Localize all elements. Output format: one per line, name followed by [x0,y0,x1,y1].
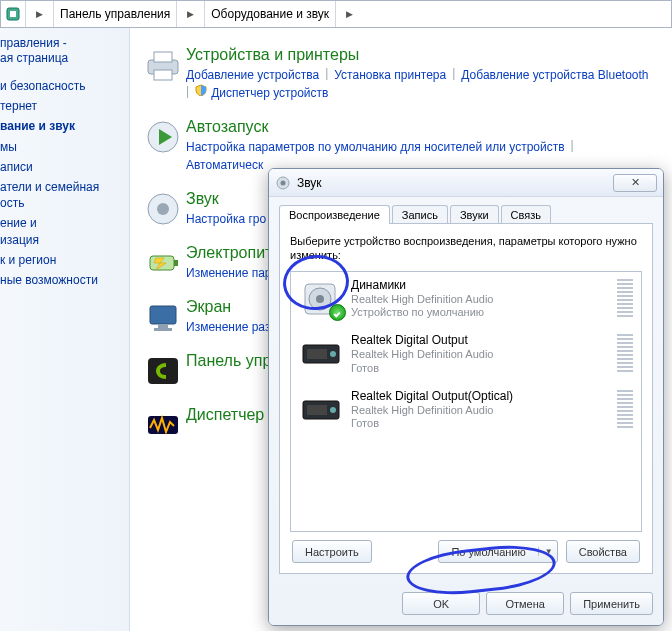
device-name: Динамики [351,278,617,293]
category-title[interactable]: Устройства и принтеры [186,46,658,64]
address-bar: ▶ Панель управления ▶ Оборудование и зву… [0,0,672,28]
dialog-tabs: ВоспроизведениеЗаписьЗвукиСвязь [279,205,653,224]
device-item[interactable]: Realtek Digital OutputRealtek High Defin… [291,327,641,383]
tab[interactable]: Воспроизведение [279,205,390,224]
category: Устройства и принтерыДобавление устройст… [144,46,658,102]
sidebar-item[interactable]: вание и звук [0,116,123,136]
level-meter [617,279,633,319]
close-icon: ✕ [631,176,640,189]
set-default-button[interactable]: По умолчанию ▼ [438,540,557,563]
digital-output-icon [299,335,343,373]
tab[interactable]: Связь [501,205,551,224]
svg-point-26 [330,407,336,413]
svg-point-8 [157,203,169,215]
tab-playback-page: Выберите устройство воспроизведения, пар… [279,223,653,574]
breadcrumb-hardware-sound[interactable]: Оборудование и звук [205,1,336,27]
device-item[interactable]: Realtek Digital Output(Optical)Realtek H… [291,383,641,439]
configure-button[interactable]: Настроить [292,540,372,563]
chevron-down-icon: ▼ [538,547,553,556]
svg-point-23 [330,351,336,357]
svg-point-17 [281,180,286,185]
svg-rect-25 [307,405,327,415]
dialog-hint: Выберите устройство воспроизведения, пар… [290,234,642,263]
breadcrumb-seg2-label: Оборудование и звук [211,7,329,21]
svg-rect-14 [148,358,178,384]
level-meter [617,390,633,430]
device-status: Устройство по умолчанию [351,306,617,320]
svg-point-20 [316,295,324,303]
svg-rect-3 [154,52,172,62]
breadcrumb-seg1-label: Панель управления [60,7,170,21]
sidebar-item[interactable]: мы [0,137,123,157]
sidebar-item[interactable]: и безопасность [0,76,123,96]
sidebar-header: правления - ая страница [0,36,123,66]
sound-icon [144,190,186,228]
svg-rect-12 [158,324,168,328]
task-link[interactable]: Изменение раз [186,318,270,336]
sidebar-item[interactable]: к и регион [0,250,123,270]
dialog-title: Звук [297,176,613,190]
dialog-titlebar[interactable]: Звук ✕ [269,169,663,197]
nvidia-icon [144,352,186,390]
ok-button[interactable]: OK [402,592,480,615]
sidebar-item[interactable]: ение иизация [0,213,123,249]
digital-output-icon [299,391,343,429]
svg-rect-4 [154,70,172,80]
sidebar-item[interactable]: аписи [0,157,123,177]
category-title[interactable]: Автозапуск [186,118,658,136]
battery-icon [144,244,186,282]
speaker-device-icon [299,280,343,318]
device-status: Готов [351,362,617,376]
sidebar-item[interactable]: ные возможности [0,270,123,290]
device-sub: Realtek High Definition Audio [351,404,617,418]
breadcrumb-root-arrow[interactable]: ▶ [26,1,54,27]
dialog-close-button[interactable]: ✕ [613,174,657,192]
task-link[interactable]: Установка принтера [334,66,446,84]
dialog-footer: OK Отмена Применить [269,584,663,625]
printer-icon [144,46,186,102]
apply-button[interactable]: Применить [570,592,653,615]
device-status: Готов [351,417,617,431]
svg-rect-10 [174,260,178,266]
breadcrumb-arrow-1[interactable]: ▶ [177,1,205,27]
breadcrumb-arrow-2[interactable]: ▶ [336,1,363,27]
sidebar-item[interactable]: атели и семейнаяость [0,177,123,213]
sidebar: правления - ая страница и безопасностьте… [0,28,130,631]
speaker-icon [275,175,291,191]
task-link[interactable]: Добавление устройства Bluetooth [461,66,648,84]
display-icon [144,298,186,336]
tab[interactable]: Запись [392,205,448,224]
task-link[interactable]: Добавление устройства [186,66,319,84]
sound-dialog: Звук ✕ ВоспроизведениеЗаписьЗвукиСвязь В… [268,168,664,626]
task-link[interactable]: Настройка параметров по умолчанию для но… [186,138,565,156]
breadcrumb-control-panel[interactable]: Панель управления [54,1,177,27]
cancel-button[interactable]: Отмена [486,592,564,615]
properties-button[interactable]: Свойства [566,540,640,563]
device-name: Realtek Digital Output [351,333,617,348]
device-list[interactable]: ДинамикиRealtek High Definition AudioУст… [290,271,642,532]
device-item[interactable]: ДинамикиRealtek High Definition AudioУст… [291,272,641,328]
sidebar-item[interactable]: тернет [0,96,123,116]
autorun-icon [144,118,186,174]
device-name: Realtek Digital Output(Optical) [351,389,617,404]
task-link[interactable]: Настройка гро [186,210,266,228]
default-check-icon [329,304,346,321]
svg-rect-1 [10,11,16,17]
shield-icon [195,84,207,102]
tab[interactable]: Звуки [450,205,499,224]
device-sub: Realtek High Definition Audio [351,293,617,307]
task-link[interactable]: Изменение пар [186,264,272,282]
category: АвтозапускНастройка параметров по умолча… [144,118,658,174]
task-link[interactable]: Диспетчер устройств [211,84,328,102]
set-default-label: По умолчанию [451,546,525,558]
svg-rect-22 [307,349,327,359]
level-meter [617,334,633,374]
task-link[interactable]: Автоматическ [186,156,263,174]
address-icon[interactable] [1,1,26,27]
svg-rect-11 [150,306,176,324]
audio-mgr-icon [144,406,186,444]
device-sub: Realtek High Definition Audio [351,348,617,362]
svg-rect-13 [154,328,172,331]
